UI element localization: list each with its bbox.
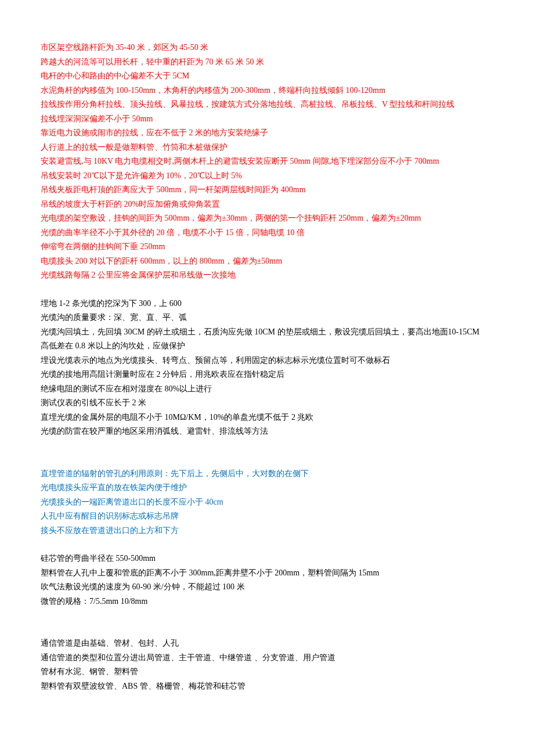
paragraph-gap [41, 439, 493, 467]
text-line: 光缆的接地用高阻计测量时应在 2 分钟后，用兆欧表应在指针稳定后 [41, 368, 493, 382]
text-line: 市区架空线路杆距为 35-40 米，郊区为 45-50 米 [41, 41, 493, 55]
section-black-3: 通信管道是由基础、管材、包封、人孔 通信管道的类型和位置分进出局管道、主干管道、… [41, 636, 493, 693]
text-line: 光缆沟回填土，先回填 30CM 的碎土或细土，石质沟应先做 10CM 的垫层或细… [41, 325, 493, 340]
text-line: 直埋管道的辐射的管孔的利用原则：先下后上，先侧后中，大对数的在侧下 [41, 467, 493, 481]
text-line: 测试仪表的引线不应长于 2 米 [41, 396, 493, 411]
text-line: 光缆的曲率半径不小于其外径的 20 倍，电缆不小于 15 倍，同轴电缆 10 倍 [41, 226, 493, 240]
text-line: 埋地 1-2 条光缆的挖深为下 300，上 600 [41, 297, 493, 311]
text-line: 靠近电力设施或闹市的拉线，应在不低于 2 米的地方安装绝缘子 [41, 126, 493, 141]
text-line: 人行道上的拉线一般是做塑料管、竹筒和木桩做保护 [41, 141, 493, 155]
text-line: 水泥角杆的内移值为 100-150mm，木角杆的内移值为 200-300mm，终… [41, 84, 493, 98]
text-line: 光缆线路每隔 2 公里应将金属保护层和吊线做一次接地 [41, 268, 493, 283]
text-line: 拉线埋深洞深偏差不小于 50mm [41, 112, 493, 127]
text-line: 光电缆接头应平直的放在铁架内便于维护 [41, 481, 493, 495]
text-line: 通信管道的类型和位置分进出局管道、主干管道、中继管道 、分支管道、用户管道 [41, 651, 493, 665]
text-line: 跨越大的河流等可以用长杆，轻中重的杆距为 70 米 65 米 50 米 [41, 55, 493, 70]
text-line: 光电缆的架空敷设，挂钩的间距为 500mm，偏差为±30mm，两侧的第一个挂钩距… [41, 211, 493, 226]
paragraph-gap [41, 283, 493, 297]
text-line: 吊线安装时 20℃以下是允许偏差为 10%，20℃以上时 5% [41, 169, 493, 183]
text-line: 吊线的坡度大于杆距的 20%时应加俯角或仰角装置 [41, 197, 493, 212]
text-line: 电杆的中心和路由的中心偏差不大于 5CM [41, 69, 493, 84]
text-line: 伸缩弯在两侧的挂钩间下垂 250mm [41, 240, 493, 254]
paragraph-gap [41, 538, 493, 552]
text-line: 拉线按作用分角杆拉线、顶头拉线、风暴拉线，按建筑方式分落地拉线、高桩拉线、吊板拉… [41, 98, 493, 112]
text-line: 人孔中应有醒目的识别标志或标志吊牌 [41, 509, 493, 524]
text-line: 电缆接头 200 对以下的距杆 600mm，以上的 800mm，偏差为±50mm [41, 254, 493, 269]
text-line: 塑料管在人孔中上覆和管底的距离不小于 300mm,距离井壁不小于 200mm，塑… [41, 566, 493, 581]
text-line: 硅芯管的弯曲半径在 550-500mm [41, 552, 493, 566]
text-line: 微管的规格：7/5.5mm 10/8mm [41, 595, 493, 609]
text-line: 高低差在 0.8 米以上的沟坎处，应做保护 [41, 339, 493, 354]
paragraph-gap [41, 609, 493, 636]
text-line: 直埋光缆的金属外层的电阻不小于 10MΩ/KM，10%的单盘光缆不低于 2 兆欧 [41, 411, 493, 425]
text-line: 绝缘电阻的测试不应在相对湿度在 80%以上进行 [41, 382, 493, 397]
text-line: 管材有水泥、钢管、塑料管 [41, 665, 493, 679]
section-black-2: 硅芯管的弯曲半径在 550-500mm 塑料管在人孔中上覆和管底的距离不小于 3… [41, 552, 493, 609]
text-line: 吹气法敷设光缆的速度为 60-90 米/分钟，不能超过 100 米 [41, 580, 493, 595]
section-red: 市区架空线路杆距为 35-40 米，郊区为 45-50 米 跨越大的河流等可以用… [41, 41, 493, 283]
text-line: 接头不应放在管道进出口的上方和下方 [41, 524, 493, 538]
text-line: 埋设光缆表示的地点为光缆接头、转弯点、预留点等，利用固定的标志标示光缆位置时可不… [41, 354, 493, 368]
section-blue: 直埋管道的辐射的管孔的利用原则：先下后上，先侧后中，大对数的在侧下 光电缆接头应… [41, 467, 493, 538]
text-line: 光缆的防雷在较严重的地区采用消弧线、避雷针、排流线等方法 [41, 424, 493, 439]
section-black-1: 埋地 1-2 条光缆的挖深为下 300，上 600 光缆沟的质量要求：深、宽、直… [41, 297, 493, 439]
text-line: 吊线夹板距电杆顶的距离应大于 500mm，同一杆架两层线时间距为 400mm [41, 183, 493, 197]
text-line: 光缆沟的质量要求：深、宽、直、平、弧 [41, 311, 493, 325]
text-line: 塑料管有双壁波纹管、ABS 管、格栅管、梅花管和硅芯管 [41, 679, 493, 694]
text-line: 通信管道是由基础、管材、包封、人孔 [41, 636, 493, 651]
text-line: 安装避雷线,与 10KV 电力电缆相交时,两侧木杆上的避雷线安装应断开 50mm… [41, 154, 493, 169]
text-line: 光缆接头的一端距离管道出口的长度不应小于 40cm [41, 495, 493, 510]
